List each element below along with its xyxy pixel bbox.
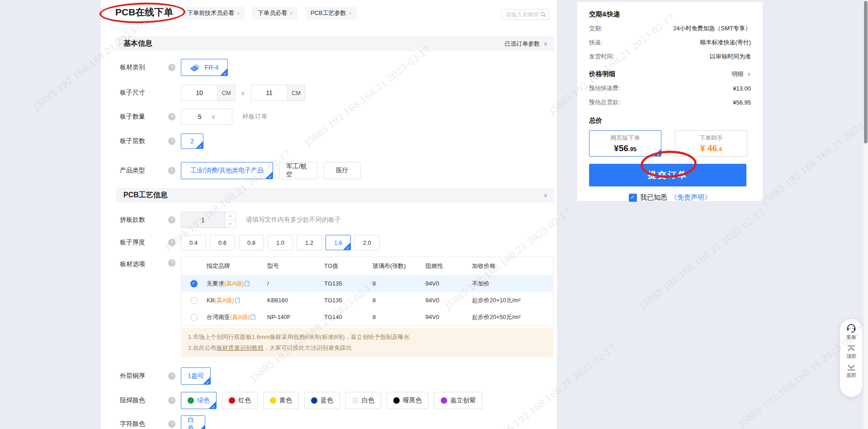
layers-label: 2 (190, 138, 194, 145)
doc-icon[interactable] (235, 297, 240, 303)
link-label: PCB工艺参数 (311, 9, 346, 17)
doc-icon[interactable] (245, 281, 250, 286)
material-row-no-requirement[interactable]: 无要求(真A级) / TG135 8 94V0 不加价 (181, 275, 553, 292)
link-pcb-process-params[interactable]: PCB工艺参数 › (305, 7, 357, 19)
option-label: 白色 (362, 396, 374, 405)
help-icon[interactable]: ? (168, 138, 175, 145)
field-label: 板子层数 (120, 137, 168, 145)
thickness-option-1.2[interactable]: 1.2 (297, 235, 322, 250)
row-label: 发货时间: (589, 52, 614, 61)
color-dot (270, 397, 276, 404)
row-silkscreen-color: 字符颜色 ? 白色 (120, 415, 554, 429)
row-board-layers: 板子层数 ? 2 (120, 133, 554, 149)
radio-icon[interactable] (190, 314, 198, 321)
field-label: 产品类型 (120, 167, 168, 175)
help-icon[interactable]: ? (168, 216, 175, 224)
panel-count-input[interactable] (181, 212, 225, 228)
note-text: 2.在此公布 (188, 344, 217, 351)
arrow-right-icon: › (349, 10, 351, 16)
row-thickness: 板子厚度 ? 0.4 0.6 0.8 1.0 1.2 1.6 2.0 (120, 235, 554, 250)
solder-color-yellow[interactable]: 黄色 (263, 392, 299, 409)
note-link[interactable]: 板材质量识别教程 (217, 344, 264, 351)
row-material-options: 板材选项 ? 指定品牌 型号 TG值 玻璃布(张数) 阻燃性 加收价格 (120, 257, 554, 358)
product-type-industrial[interactable]: 工业/消费/其他类电子产品 (181, 162, 273, 179)
product-type-medical[interactable]: 医疗 (324, 162, 361, 179)
field-label: 外层铜厚 (120, 372, 168, 380)
help-icon[interactable]: ? (168, 397, 175, 404)
section-process-info: PCB工艺信息 ∨ (116, 188, 554, 203)
link-orderer-must-read[interactable]: 下单员必看 › (252, 7, 297, 19)
material-label: FR-4 (204, 64, 218, 71)
help-icon[interactable]: ? (168, 64, 175, 71)
stepper-up-icon[interactable]: ∧ (225, 212, 236, 220)
box-label: 网页版下单 (611, 134, 640, 142)
color-dot (441, 397, 447, 404)
scrollbar-thumb[interactable] (864, 1, 868, 143)
solder-color-blue[interactable]: 蓝色 (304, 392, 340, 409)
help-icon[interactable]: ? (168, 113, 175, 120)
silk-color-white[interactable]: 白色 (181, 415, 205, 429)
product-type-military[interactable]: 军工/航空 (279, 162, 317, 179)
solder-color-green[interactable]: 绿色 (181, 392, 217, 409)
floating-tools: 客服 顶部 底部 (840, 319, 863, 397)
copper-option-1oz[interactable]: 1盎司 (181, 367, 211, 385)
brand-text: 无要求 (207, 280, 224, 287)
selected-params-toggle[interactable]: 已选订单参数 ∨ (505, 40, 547, 48)
back-to-top-button[interactable]: 顶部 (846, 345, 856, 360)
radio-icon[interactable] (190, 297, 198, 304)
go-to-bottom-button[interactable]: 底部 (846, 364, 856, 379)
option-label: 1.0 (276, 239, 284, 246)
thickness-option-0.4[interactable]: 0.4 (181, 235, 206, 250)
panel-count-stepper: ∧ ∨ (181, 212, 236, 228)
help-icon[interactable]: ? (168, 259, 175, 267)
cell-flame: 94V0 (425, 280, 472, 287)
help-icon[interactable]: ? (168, 372, 175, 380)
thickness-option-1.6[interactable]: 1.6 (326, 235, 351, 250)
order-assistant-box[interactable]: 下单助手 ¥ 46.4 (675, 130, 747, 157)
thickness-option-1.0[interactable]: 1.0 (268, 235, 293, 250)
price-detail-toggle[interactable]: 明细 ∧ (731, 70, 751, 78)
row-board-material: 板材类别 ? FR-4 (120, 59, 554, 76)
thickness-option-0.8[interactable]: 0.8 (239, 235, 264, 250)
solder-color-matte-black[interactable]: 哑黑色 (387, 392, 429, 409)
search-input[interactable] (506, 11, 540, 18)
cell-glass: 8 (373, 297, 425, 304)
disclaimer-row: 我已知悉 《免责声明》 (589, 193, 751, 202)
material-option-fr4[interactable]: FR-4 (181, 59, 228, 76)
material-row-nanya[interactable]: 台湾南亚(真A级) NP-140F TG140 8 94V0 起步价20+50元… (181, 309, 553, 325)
board-width-input[interactable] (181, 85, 217, 101)
thickness-option-0.6[interactable]: 0.6 (210, 235, 235, 250)
layers-option-2[interactable]: 2 (181, 133, 203, 149)
link-tech-must-read[interactable]: 下单前技术员必看 › (182, 7, 245, 19)
customer-service-button[interactable]: 客服 (846, 324, 856, 341)
solder-color-red[interactable]: 红色 (222, 392, 258, 409)
submit-order-button[interactable]: 提交订单 (589, 164, 746, 186)
solder-color-white[interactable]: 白色 (345, 392, 381, 409)
option-label: 红色 (238, 396, 251, 405)
color-dot (229, 397, 235, 404)
times-separator: x (241, 90, 245, 96)
help-icon[interactable]: ? (168, 420, 175, 428)
price-detail-title: 价格明细 (589, 70, 615, 78)
solder-color-jlc-purple[interactable]: 嘉立创紫 (434, 392, 482, 409)
board-qty-select[interactable]: 5 ∨ (181, 109, 232, 125)
help-icon[interactable]: ? (168, 167, 175, 174)
disclaimer-checkbox[interactable] (629, 194, 637, 202)
help-icon[interactable]: ? (168, 239, 175, 246)
radio-selected-icon[interactable] (190, 280, 198, 287)
collapse-toggle[interactable]: ∨ (543, 192, 547, 199)
cell-flame: 94V0 (425, 314, 472, 320)
cell-model: KB6160 (267, 297, 324, 304)
thickness-option-2.0[interactable]: 2.0 (354, 235, 380, 250)
search-icon[interactable] (540, 11, 546, 18)
disclaimer-link[interactable]: 《免责声明》 (670, 193, 711, 202)
cell-glass: 8 (373, 280, 425, 287)
option-label: 1盎司 (188, 372, 204, 380)
doc-icon[interactable] (250, 314, 255, 320)
stepper-down-icon[interactable]: ∨ (225, 220, 236, 228)
material-row-kb[interactable]: KB(真A级) KB6160 TG135 8 94V0 起步价20+10元/m² (181, 292, 553, 309)
section-title: 基本信息 (123, 39, 152, 48)
web-order-box[interactable]: 网页版下单 ¥56.95 (589, 130, 661, 157)
row-value: 顺丰标准快递(寄付) (700, 38, 751, 47)
board-height-input[interactable] (251, 85, 288, 101)
